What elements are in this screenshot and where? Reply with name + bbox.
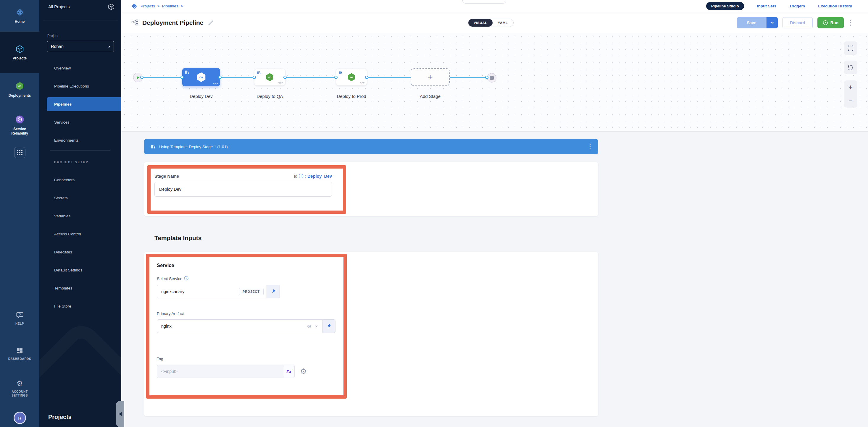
edit-pencil-icon[interactable] (208, 20, 214, 26)
pin-icon (327, 324, 331, 329)
stage-label-deploy-dev: Deploy Dev (190, 94, 213, 99)
plus-icon: + (428, 72, 433, 82)
add-stage-label: Add Stage (420, 94, 440, 99)
sidebar-item-pipelines[interactable]: Pipelines (47, 97, 121, 111)
rail-item-home[interactable]: Home (0, 0, 39, 32)
save-button-group: Save (737, 17, 778, 28)
primary-artifact-input[interactable] (157, 320, 307, 333)
sidebar-item-overview[interactable]: Overview (39, 59, 121, 77)
toggle-yaml[interactable]: YAML (493, 19, 513, 27)
stage-name-input[interactable] (154, 182, 332, 197)
dashboards-icon (16, 347, 23, 354)
template-bars-icon (339, 71, 343, 74)
code-icon: </> (278, 81, 283, 84)
sidebar-item-file-store[interactable]: File Store (39, 297, 121, 315)
add-stage-button[interactable]: + (411, 68, 450, 86)
info-icon[interactable]: ⓘ (184, 276, 188, 281)
zoom-out-button[interactable]: − (844, 94, 857, 108)
pipeline-header: Deployment Pipeline VISUAL YAML Save Dis… (121, 12, 868, 33)
chevron-down-icon (770, 22, 774, 24)
info-icon[interactable]: ⓘ (299, 173, 303, 179)
save-button[interactable]: Save (737, 17, 767, 28)
rail-item-service-reliability[interactable]: Service Reliability (0, 105, 39, 145)
template-bars-icon (257, 71, 261, 74)
all-projects-cube-icon[interactable] (108, 3, 115, 10)
stage-label-deploy-to-qa: Deploy to QA (256, 94, 283, 99)
pipeline-end-node[interactable] (487, 73, 496, 83)
sidebar-module-title: Projects (48, 414, 71, 421)
cd-stage-icon: ∞ (195, 72, 207, 83)
zoom-in-button[interactable]: + (844, 80, 857, 94)
sidebar-item-environments[interactable]: Environments (39, 131, 121, 149)
rail-label-home: Home (15, 20, 25, 24)
sidebar-item-pipeline-executions[interactable]: Pipeline Executions (39, 77, 121, 95)
harness-home-icon (16, 8, 24, 17)
stage-id-value[interactable]: Deploy_Dev (307, 174, 332, 178)
rail-item-help[interactable]: ? HELP (0, 308, 39, 329)
stage-node-deploy-dev[interactable]: ∞ </> (182, 68, 220, 86)
chevron-right-icon: › (108, 43, 110, 50)
cutoff-popup-edge (462, 0, 506, 4)
canvas-zoom-controls: + − (844, 80, 857, 108)
service-fixed-value-pin-button[interactable] (267, 285, 280, 298)
tab-triggers[interactable]: Triggers (789, 4, 805, 8)
tab-pipeline-studio[interactable]: Pipeline Studio (706, 2, 744, 10)
tag-settings-gear-icon[interactable]: ⚙ (300, 367, 307, 375)
template-menu-button[interactable] (588, 143, 592, 151)
tag-input[interactable] (157, 365, 283, 378)
collapse-arrow-icon (119, 412, 122, 416)
sidebar-item-secrets[interactable]: Secrets (39, 189, 121, 207)
stage-node-deploy-to-prod[interactable]: ∞ </> (336, 69, 367, 86)
header-menu-button[interactable] (848, 19, 852, 27)
rail-item-dashboards[interactable]: DASHBOARDS (0, 342, 39, 365)
sidebar-collapse-handle[interactable] (116, 401, 124, 427)
user-avatar[interactable]: R (13, 412, 26, 424)
stop-icon (490, 76, 494, 80)
selection-box-icon (847, 64, 854, 70)
clear-icon[interactable]: ⊗ (307, 323, 311, 329)
stage-node-deploy-to-qa[interactable]: ∞ </> (254, 69, 285, 86)
template-banner[interactable]: Using Template: Deploy Stage 1 (1.01) (144, 139, 598, 154)
expression-input-type-button[interactable]: Σx (283, 365, 294, 378)
connector-dot (283, 76, 287, 79)
chevron-down-icon[interactable] (315, 325, 318, 327)
canvas-reset-view-button[interactable] (844, 61, 857, 74)
module-grid-button[interactable] (14, 147, 26, 158)
sidebar-item-variables[interactable]: Variables (39, 207, 121, 225)
breadcrumb-pipelines-link[interactable]: Pipelines (162, 4, 178, 8)
pipeline-icon (131, 19, 139, 27)
rail-item-account-settings[interactable]: ⚙ ACCOUNT SETTINGS (0, 375, 39, 402)
code-icon: </> (360, 81, 365, 84)
connector-dot (181, 76, 184, 79)
select-service-input[interactable] (157, 285, 239, 298)
canvas-fullscreen-button[interactable] (844, 41, 857, 55)
pipeline-canvas[interactable]: ∞ </> ∞ </> ∞ </> + (121, 33, 868, 132)
run-button[interactable]: Run (817, 17, 844, 28)
rail-item-deployments[interactable]: ∞ Deployments (0, 73, 39, 105)
connector-dot (365, 76, 368, 79)
sidebar-item-delegates[interactable]: Delegates (39, 243, 121, 261)
discard-button[interactable]: Discard (782, 17, 813, 28)
fullscreen-icon (847, 45, 854, 51)
template-inputs-heading: Template Inputs (154, 234, 202, 241)
tab-execution-history[interactable]: Execution History (818, 4, 852, 8)
rail-item-projects[interactable]: Projects (0, 32, 39, 73)
project-setup-header: PROJECT SETUP (54, 160, 89, 164)
tab-input-sets[interactable]: Input Sets (757, 4, 776, 8)
sidebar-item-templates[interactable]: Templates (39, 279, 121, 297)
project-selector[interactable]: Rohan › (47, 41, 114, 52)
all-projects-label: All Projects (48, 4, 70, 9)
save-dropdown-button[interactable] (767, 17, 778, 28)
project-section-label: Project (47, 34, 58, 38)
sidebar-item-access-control[interactable]: Access Control (39, 225, 121, 243)
rail-label-deployments: Deployments (8, 93, 31, 98)
sidebar-item-services[interactable]: Services (39, 113, 121, 131)
toggle-visual[interactable]: VISUAL (468, 19, 493, 27)
breadcrumb-projects-link[interactable]: Projects (141, 4, 155, 8)
harness-logo-icon (131, 3, 137, 9)
template-banner-text: Using Template: Deploy Stage 1 (1.01) (159, 144, 228, 149)
visual-yaml-toggle: VISUAL YAML (468, 19, 514, 27)
artifact-fixed-value-pin-button[interactable] (322, 319, 336, 333)
sidebar-item-default-settings[interactable]: Default Settings (39, 261, 121, 279)
sidebar-item-connectors[interactable]: Connectors (39, 171, 121, 189)
